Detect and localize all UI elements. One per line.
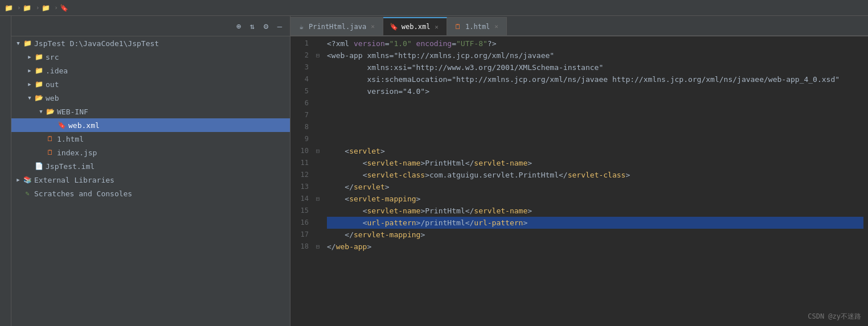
tree-item-idea[interactable]: ▶📁.idea — [11, 64, 290, 77]
xml-icon-breadcrumb: 🔖 — [60, 4, 68, 12]
code-line-13: </servlet> — [327, 181, 863, 193]
tree-label: Scratches and Consoles — [34, 189, 285, 198]
file-icon-lib: 📚 — [23, 175, 32, 184]
settings-icon-btn[interactable]: ⚙ — [260, 20, 272, 32]
code-line-11: <servlet-name>PrintHtml</servlet-name> — [327, 157, 863, 169]
fold-marker-14[interactable]: ⊟ — [313, 193, 322, 205]
line-num-7: 7 — [293, 109, 309, 121]
fold-marker-9 — [313, 133, 322, 145]
tree-label: 1.html — [57, 135, 285, 143]
collapse-icon-btn[interactable]: ⇅ — [247, 20, 258, 32]
locate-icon-btn[interactable]: ⊕ — [233, 20, 244, 32]
file-icon-html: 🗒 — [46, 134, 55, 143]
line-num-5: 5 — [293, 85, 309, 97]
tab-close-btn[interactable]: ✕ — [370, 22, 376, 31]
tree-item-Scratches[interactable]: ✎Scratches and Consoles — [11, 187, 290, 200]
tree-item-src[interactable]: ▶📁src — [11, 50, 290, 64]
tree-item-web[interactable]: ▼📂web — [11, 91, 290, 105]
sidebar: ⊕ ⇅ ⚙ — ▼📁JspTest D:\JavaCode1\JspTest▶📁… — [11, 16, 290, 326]
tree-item-out[interactable]: ▶📁out — [11, 77, 290, 91]
tree-item-web_xml[interactable]: 🔖web.xml — [11, 118, 290, 132]
tree-item-External_Libraries[interactable]: ▶📚External Libraries — [11, 173, 290, 187]
code-line-1: <?xml version="1.0" encoding="UTF-8"?> — [327, 38, 863, 49]
code-line-9 — [327, 133, 863, 145]
line-num-2: 2 — [293, 49, 309, 61]
tab-label: web.xml — [402, 23, 431, 31]
tab-icon-xml: 🔖 — [390, 23, 398, 31]
tree-item-JspTest_iml[interactable]: 📄JspTest.iml — [11, 159, 290, 173]
fold-marker-1 — [313, 38, 322, 49]
project-tree: ▼📁JspTest D:\JavaCode1\JspTest▶📁src▶📁.id… — [11, 36, 290, 326]
breadcrumb-item-project[interactable]: 📁 — [5, 4, 15, 12]
file-icon-xml: 🔖 — [57, 121, 66, 130]
code-content: <?xml version="1.0" encoding="UTF-8"?><w… — [322, 36, 868, 326]
file-icon-project: 📁 — [23, 39, 32, 48]
tree-item-1_html[interactable]: 🗒1.html — [11, 132, 290, 146]
fold-marker-11 — [313, 157, 322, 169]
tree-label: JspTest D:\JavaCode1\JspTest — [34, 39, 285, 48]
code-line-7 — [327, 109, 863, 121]
line-num-9: 9 — [293, 133, 309, 145]
breadcrumb-item-web[interactable]: 📁 — [23, 4, 34, 12]
fold-marker-7 — [313, 109, 322, 121]
main-layout: ⊕ ⇅ ⚙ — ▼📁JspTest D:\JavaCode1\JspTest▶📁… — [0, 16, 868, 326]
line-num-3: 3 — [293, 61, 309, 73]
breadcrumb-item-webxml[interactable]: 🔖 — [60, 4, 71, 12]
line-num-11: 11 — [293, 157, 309, 169]
breadcrumb-bar: 📁 › 📁 › 📁 › 🔖 — [0, 0, 868, 16]
line-num-13: 13 — [293, 181, 309, 193]
file-icon-folder-open: 📂 — [34, 93, 43, 102]
tab-1_html[interactable]: 🗒1.html✕ — [447, 17, 507, 35]
tab-bar: ☕PrintHtml.java✕🔖web.xml✕🗒1.html✕ — [290, 16, 868, 36]
tab-web_xml[interactable]: 🔖web.xml✕ — [383, 17, 447, 35]
line-numbers: 123456789101112131415161718 — [290, 36, 313, 326]
tree-item-WEB_INF[interactable]: ▼📂WEB-INF — [11, 105, 290, 118]
fold-marker-15 — [313, 205, 322, 217]
breadcrumb-item-webinf[interactable]: 📁 — [42, 4, 52, 12]
code-line-6 — [327, 97, 863, 109]
tree-arrow: ▼ — [25, 93, 34, 102]
file-icon-folder: 📁 — [34, 80, 43, 89]
fold-marker-12 — [313, 169, 322, 181]
editor-area: ☕PrintHtml.java✕🔖web.xml✕🗒1.html✕ 123456… — [290, 16, 868, 326]
file-icon-folder-open: 📂 — [46, 107, 55, 116]
code-line-16: <url-pattern>/printHtml</url-pattern> — [327, 217, 863, 229]
code-line-8 — [327, 121, 863, 133]
tree-label: index.jsp — [57, 148, 285, 157]
tab-icon-html: 🗒 — [454, 23, 462, 31]
line-num-16: 16 — [293, 217, 309, 229]
tab-PrintHtml_java[interactable]: ☕PrintHtml.java✕ — [290, 17, 383, 35]
vertical-tab-panel[interactable] — [0, 16, 11, 326]
tab-close-btn[interactable]: ✕ — [433, 23, 440, 31]
breadcrumb-sep-1: › — [17, 4, 21, 11]
tree-arrow: ▼ — [36, 107, 46, 116]
tree-label: WEB-INF — [57, 108, 285, 116]
tree-item-index_jsp[interactable]: 🗒index.jsp — [11, 146, 290, 159]
code-editor[interactable]: 123456789101112131415161718 ⊟⊟⊟⊟ <?xml v… — [290, 36, 868, 326]
fold-marker-2[interactable]: ⊟ — [313, 49, 322, 61]
fold-marker-10[interactable]: ⊟ — [313, 145, 322, 157]
tree-item-JspTest[interactable]: ▼📁JspTest D:\JavaCode1\JspTest — [11, 36, 290, 50]
tree-label: .idea — [46, 67, 285, 75]
code-line-10: <servlet> — [327, 145, 863, 157]
line-num-4: 4 — [293, 73, 309, 85]
code-line-2: <web-app xmlns="http://xmlns.jcp.org/xml… — [327, 49, 863, 61]
breadcrumb-sep-3: › — [54, 4, 58, 11]
fold-marker-13 — [313, 181, 322, 193]
fold-gutter: ⊟⊟⊟⊟ — [313, 36, 322, 326]
tree-arrow: ▶ — [14, 175, 23, 184]
fold-marker-3 — [313, 61, 322, 73]
fold-marker-16 — [313, 217, 322, 229]
code-line-5: version="4.0"> — [327, 85, 863, 97]
hide-icon-btn[interactable]: — — [274, 20, 285, 32]
folder-icon-2: 📁 — [42, 4, 50, 12]
watermark: CSDN @zy不迷路 — [808, 312, 861, 321]
folder-icon-1: 📁 — [23, 4, 31, 12]
breadcrumb-sep-2: › — [36, 4, 40, 11]
code-line-17: </servlet-mapping> — [327, 229, 863, 241]
tab-close-btn[interactable]: ✕ — [493, 22, 499, 31]
file-icon-scratch: ✎ — [23, 189, 32, 198]
tree-arrow: ▼ — [14, 39, 23, 48]
fold-marker-18[interactable]: ⊟ — [313, 241, 322, 253]
fold-marker-5 — [313, 85, 322, 97]
